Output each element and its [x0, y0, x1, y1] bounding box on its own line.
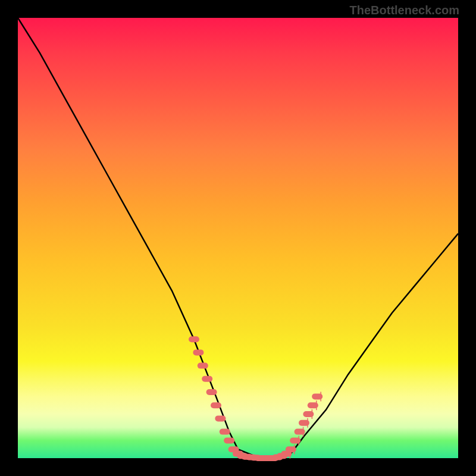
- data-marker: [220, 429, 230, 435]
- curve-line: [18, 18, 458, 458]
- data-marker: [224, 437, 234, 443]
- chart-svg: [18, 18, 458, 458]
- main-curve-path: [18, 18, 458, 458]
- data-marker: [189, 336, 199, 342]
- chart-container: TheBottleneck.com: [0, 0, 476, 476]
- data-marker: [198, 363, 208, 369]
- marker-group: [189, 336, 322, 461]
- data-marker: [202, 376, 212, 382]
- plot-area: [18, 18, 458, 458]
- data-marker: [211, 402, 221, 408]
- data-marker: [215, 415, 226, 421]
- data-marker: [193, 349, 203, 355]
- data-marker: [206, 389, 217, 395]
- watermark-text: TheBottleneck.com: [350, 4, 459, 17]
